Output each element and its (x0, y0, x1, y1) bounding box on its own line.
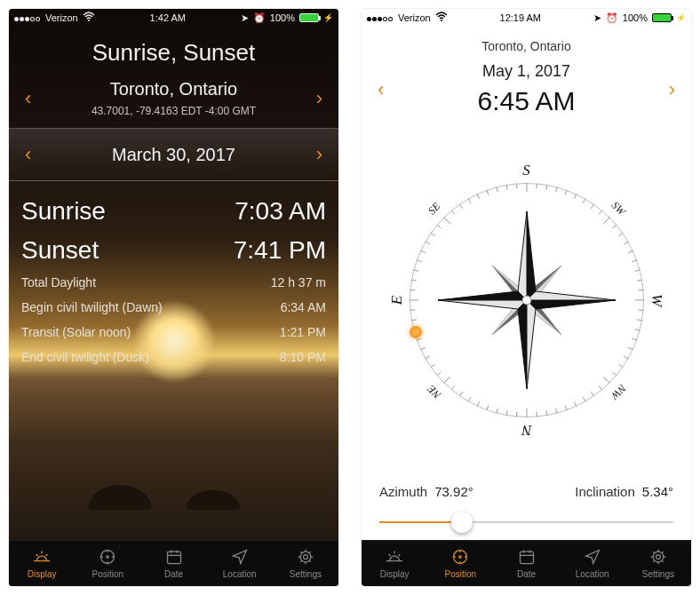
svg-line-51 (451, 386, 455, 391)
svg-line-63 (411, 280, 417, 281)
calendar-icon (164, 548, 184, 566)
tab-location[interactable]: Location (207, 541, 273, 586)
svg-line-68 (430, 233, 434, 235)
location-city: Toronto, Ontario (374, 39, 679, 53)
tab-bar: Display Position Date Location Settings (362, 540, 691, 586)
svg-point-6 (441, 20, 442, 21)
location-next-button[interactable]: › (313, 82, 326, 115)
svg-line-33 (612, 372, 616, 376)
svg-line-34 (603, 377, 609, 383)
svg-line-45 (506, 410, 507, 416)
svg-line-47 (486, 405, 488, 410)
svg-line-39 (565, 405, 567, 410)
wifi-icon (435, 12, 448, 24)
svg-line-18 (618, 233, 623, 235)
svg-line-78 (516, 184, 517, 189)
svg-line-57 (416, 338, 421, 340)
svg-line-55 (425, 356, 429, 359)
svg-point-107 (653, 551, 664, 562)
status-bar: Verizon 12:19 AM ➤ ⏰ 100% ⚡ (362, 9, 691, 27)
location-arrow-icon (583, 548, 602, 566)
date-row: ‹ March 30, 2017 › (9, 128, 338, 181)
svg-line-53 (436, 372, 441, 376)
detail-row: End civil twilight (Dusk)8:10 PM (21, 345, 326, 369)
svg-line-69 (436, 225, 441, 228)
tab-position[interactable]: Position (427, 541, 493, 586)
svg-marker-95 (527, 211, 536, 300)
compass-dir-w: W (648, 294, 665, 306)
location-city: Toronto, Ontario (91, 79, 256, 99)
status-bar: Verizon 1:42 AM ➤ ⏰ 100% ⚡ (9, 9, 338, 27)
svg-line-77 (506, 185, 507, 190)
date-next-button[interactable]: › (313, 138, 326, 171)
svg-marker-97 (527, 300, 616, 309)
date-row: ‹ May 1, 2017 6:45 AM › (362, 62, 691, 116)
time-label: 6:45 AM (477, 86, 575, 116)
svg-line-30 (628, 347, 632, 350)
svg-line-14 (591, 204, 593, 209)
slider-thumb[interactable] (451, 512, 473, 533)
location-arrow-icon (230, 548, 250, 566)
position-screen: Verizon 12:19 AM ➤ ⏰ 100% ⚡ Toronto, Ont… (362, 9, 691, 586)
svg-line-22 (634, 270, 640, 272)
location-prev-button[interactable]: ‹ (21, 82, 35, 115)
svg-line-9 (545, 185, 546, 190)
svg-line-28 (634, 329, 640, 331)
svg-line-12 (574, 194, 577, 198)
readout-row: Azimuth73.92° Inclination5.34° (362, 484, 691, 499)
svg-line-74 (477, 194, 480, 198)
svg-line-17 (612, 225, 616, 228)
battery-percent: 100% (623, 12, 648, 23)
tab-settings[interactable]: Settings (273, 541, 338, 586)
charging-icon: ⚡ (323, 13, 333, 22)
svg-line-50 (459, 392, 462, 396)
tab-date[interactable]: Date (493, 541, 559, 586)
svg-line-21 (632, 260, 637, 262)
tab-location[interactable]: Location (560, 541, 625, 586)
detail-row: Transit (Solar noon)1:21 PM (21, 320, 326, 345)
sunrise-label: Sunrise (21, 197, 106, 226)
svg-line-56 (420, 347, 425, 350)
svg-line-59 (411, 320, 417, 321)
svg-line-27 (637, 320, 642, 321)
svg-marker-101 (438, 291, 527, 300)
display-screen: Verizon 1:42 AM ➤ ⏰ 100% ⚡ Sunrise, Suns… (9, 9, 338, 586)
compass-dir-s: S (522, 162, 530, 179)
signal-dots-icon (367, 12, 394, 23)
svg-line-64 (413, 270, 418, 272)
svg-line-31 (624, 356, 628, 359)
tab-settings[interactable]: Settings (625, 541, 691, 586)
svg-line-36 (591, 392, 593, 396)
sunrise-icon (385, 548, 404, 566)
sunset-time: 7:41 PM (234, 236, 326, 265)
charging-icon: ⚡ (676, 13, 686, 22)
tab-display[interactable]: Display (362, 541, 427, 586)
date-next-button[interactable]: › (665, 73, 679, 107)
gear-icon (648, 548, 668, 566)
location-row: ‹ Toronto, Ontario 43.7001, -79.4163 EDT… (9, 79, 338, 117)
svg-line-46 (496, 409, 497, 414)
alarm-icon: ⏰ (253, 12, 266, 24)
tab-date[interactable]: Date (140, 541, 206, 586)
svg-marker-98 (527, 291, 616, 300)
date-prev-button[interactable]: ‹ (374, 73, 387, 107)
sunset-label: Sunset (21, 236, 99, 265)
date-prev-button[interactable]: ‹ (21, 138, 35, 171)
svg-line-60 (410, 310, 415, 311)
time-slider[interactable] (362, 499, 691, 540)
svg-point-2 (107, 556, 109, 559)
sunrise-time: 7:03 AM (235, 197, 326, 226)
svg-line-42 (536, 412, 537, 417)
svg-point-103 (522, 296, 531, 305)
tab-position[interactable]: Position (75, 541, 140, 586)
svg-line-44 (516, 412, 517, 417)
svg-rect-106 (520, 551, 533, 563)
sunrise-icon (32, 548, 52, 566)
svg-line-26 (638, 310, 643, 311)
azimuth-label: Azimuth (379, 484, 427, 499)
status-time: 12:19 AM (500, 12, 541, 23)
svg-marker-102 (438, 300, 527, 309)
svg-line-29 (632, 338, 637, 340)
svg-line-73 (468, 199, 471, 203)
tab-display[interactable]: Display (9, 541, 75, 586)
